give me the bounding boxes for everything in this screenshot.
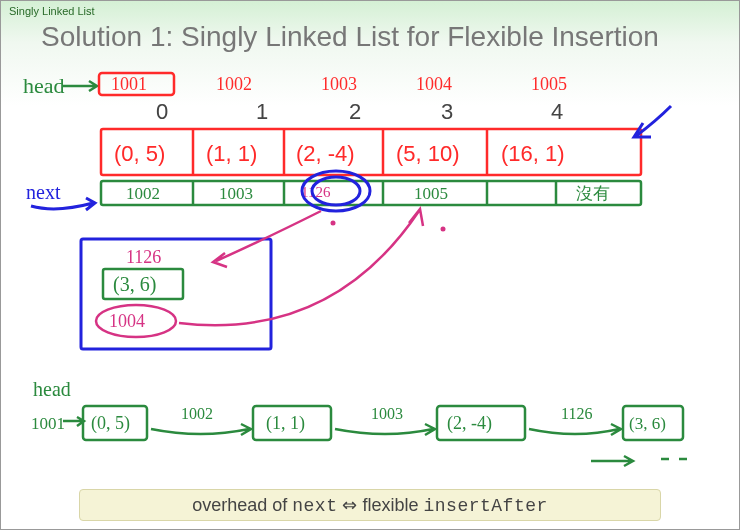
nextptr-3: 1005 [414, 184, 448, 203]
magenta-arrow-2 [179, 209, 423, 325]
cell-1: (1, 1) [206, 141, 257, 166]
scribble-addr: 1126 [301, 184, 331, 200]
svg-text:(3, 6): (3, 6) [629, 414, 666, 433]
idx-2: 2 [349, 99, 361, 124]
top-breadcrumb: Singly Linked List [1, 1, 739, 21]
array-row [101, 129, 641, 175]
svg-rect-0 [99, 73, 174, 95]
bottom-node-2 [437, 406, 525, 440]
idx-4: 4 [551, 99, 563, 124]
page-title: Solution 1: Singly Linked List for Flexi… [1, 21, 739, 61]
bottom-link1: 1002 [181, 405, 213, 422]
diagram-canvas: head 1001 1002 1003 1004 1005 0 1 2 3 4 … [1, 1, 740, 530]
head-label: head [23, 73, 65, 98]
blue-arrow-icon [634, 106, 671, 137]
new-node-next: 1004 [109, 311, 145, 331]
svg-text:(1, 1): (1, 1) [266, 413, 305, 434]
idx-0: 0 [156, 99, 168, 124]
bottom-node-3 [623, 406, 683, 440]
addr-3: 1004 [416, 74, 452, 94]
idx-1: 1 [256, 99, 268, 124]
bottom-link2: 1003 [371, 405, 403, 422]
addr-2: 1003 [321, 74, 357, 94]
svg-text:(2, -4): (2, -4) [447, 413, 492, 434]
nextptr-0: 1002 [126, 184, 160, 203]
head2-label: head [33, 378, 71, 400]
svg-point-14 [96, 305, 176, 337]
bottom-addr0: 1001 [31, 414, 65, 433]
svg-point-12 [441, 227, 446, 232]
bottom-node-0 [83, 406, 147, 440]
new-node-box [81, 239, 271, 349]
footer-caption: overhead of next ⇔ flexible insertAfter [79, 489, 661, 521]
nextptr-none: 沒有 [576, 184, 610, 203]
cell-2: (2, -4) [296, 141, 355, 166]
next-row [101, 181, 641, 205]
bottom-link3: 1126 [561, 405, 592, 422]
addr-0: 1001 [111, 74, 147, 94]
overwrite-circle [302, 171, 370, 211]
head-arrow [63, 81, 97, 91]
idx-3: 3 [441, 99, 453, 124]
addr-1: 1002 [216, 74, 252, 94]
bottom-node-1 [253, 406, 331, 440]
cell-4: (16, 1) [501, 141, 565, 166]
new-node-value: (3, 6) [113, 273, 156, 296]
addr-4: 1005 [531, 74, 567, 94]
new-node-addr: 1126 [126, 247, 161, 267]
svg-text:(0, 5): (0, 5) [91, 413, 130, 434]
next-arrow [31, 198, 95, 210]
magenta-arrow-1 [213, 211, 321, 267]
svg-point-11 [331, 221, 336, 226]
cell-3: (5, 10) [396, 141, 460, 166]
svg-point-10 [312, 177, 360, 205]
cell-0: (0, 5) [114, 141, 165, 166]
svg-rect-13 [103, 269, 183, 299]
nextptr-1: 1003 [219, 184, 253, 203]
next-label: next [26, 181, 61, 203]
